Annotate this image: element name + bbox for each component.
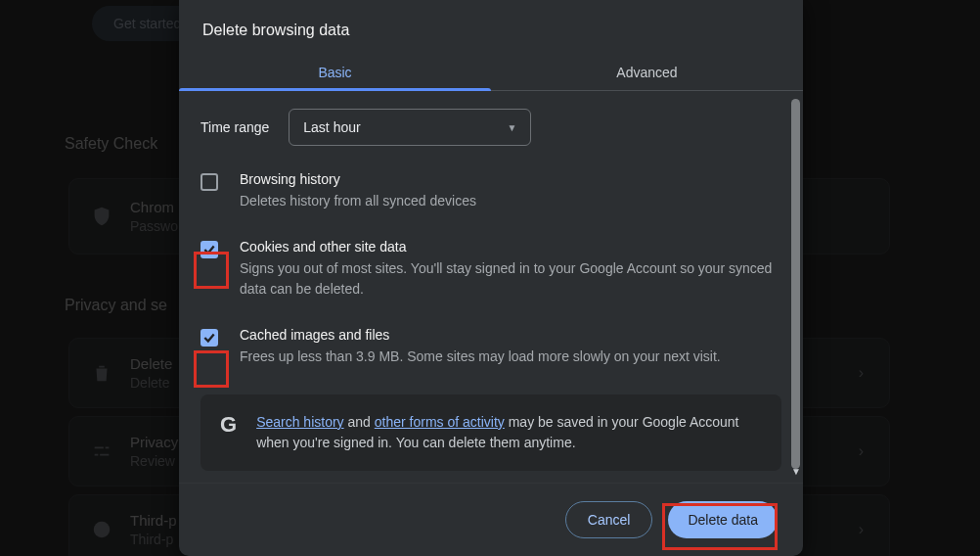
checkbox-cached[interactable] [200, 329, 218, 347]
cancel-button[interactable]: Cancel [565, 501, 653, 538]
info-text: Search history and other forms of activi… [256, 412, 762, 453]
dialog-footer: Cancel Delete data [179, 483, 803, 556]
checkbox-cookies[interactable] [200, 241, 218, 258]
time-range-value: Last hour [303, 119, 360, 135]
info-text-mid: and [344, 414, 375, 430]
option-cached: Cached images and files Frees up less th… [200, 327, 781, 367]
option-desc: Deletes history from all synced devices [240, 191, 476, 211]
google-g-icon: G [220, 412, 237, 438]
option-desc: Frees up less than 3.9 MB. Some sites ma… [240, 347, 721, 367]
option-browsing-history: Browsing history Deletes history from al… [200, 171, 781, 211]
option-title: Browsing history [240, 171, 476, 187]
scrollbar-thumb[interactable] [791, 99, 800, 469]
time-range-row: Time range Last hour ▼ [200, 109, 781, 146]
chevron-down-icon: ▼ [507, 122, 516, 133]
google-info-card: G Search history and other forms of acti… [200, 394, 781, 471]
other-activity-link[interactable]: other forms of activity [375, 414, 505, 430]
search-history-link[interactable]: Search history [256, 414, 343, 430]
checkbox-browsing-history[interactable] [200, 173, 218, 191]
delete-data-button[interactable]: Delete data [668, 501, 778, 538]
tab-advanced[interactable]: Advanced [491, 55, 803, 90]
option-cookies: Cookies and other site data Signs you ou… [200, 239, 781, 300]
time-range-label: Time range [200, 119, 269, 135]
tab-basic[interactable]: Basic [179, 55, 491, 90]
time-range-dropdown[interactable]: Last hour ▼ [289, 109, 531, 146]
dialog-title: Delete browsing data [179, 0, 803, 55]
dialog-tabs: Basic Advanced [179, 55, 803, 91]
option-title: Cookies and other site data [240, 239, 781, 255]
dialog-body: Time range Last hour ▼ Browsing history … [179, 91, 803, 483]
delete-browsing-data-dialog: Delete browsing data Basic Advanced Time… [179, 0, 803, 556]
option-desc: Signs you out of most sites. You'll stay… [240, 258, 781, 300]
option-title: Cached images and files [240, 327, 721, 343]
scrollbar-down-arrow[interactable]: ▼ [791, 466, 801, 477]
